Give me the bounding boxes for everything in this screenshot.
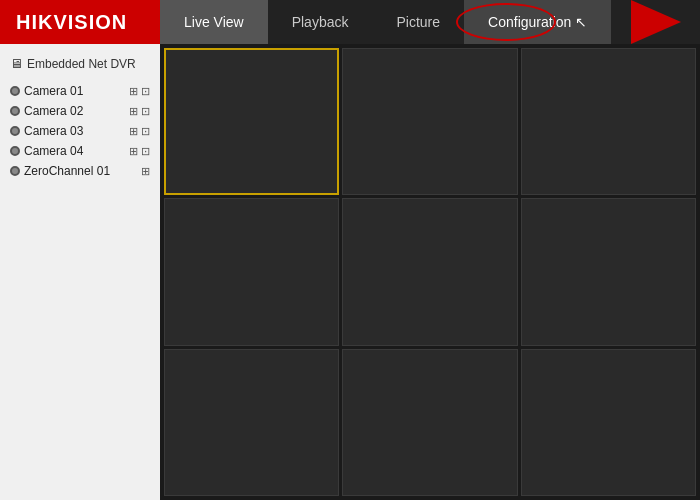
video-grid bbox=[160, 44, 700, 500]
main-layout: 🖥 Embedded Net DVR Camera 01 ⊞ ⊡ Camera … bbox=[0, 44, 700, 500]
tab-live-view[interactable]: Live View bbox=[160, 0, 268, 44]
video-cell-1[interactable] bbox=[164, 48, 339, 195]
video-cell-9[interactable] bbox=[521, 349, 696, 496]
tab-configuration[interactable]: Configuration ↖ bbox=[464, 0, 611, 44]
camera-action-icons: ⊞ ⊡ bbox=[129, 85, 150, 98]
sidebar-item-camera-01[interactable]: Camera 01 ⊞ ⊡ bbox=[4, 81, 156, 101]
top-navigation: HIKVISION Live View Playback Picture Con… bbox=[0, 0, 700, 44]
arrow-right-icon bbox=[631, 0, 681, 44]
camera-status-dot bbox=[10, 146, 20, 156]
sidebar-item-zero-channel-01[interactable]: ZeroChannel 01 ⊞ bbox=[4, 161, 156, 181]
video-cell-6[interactable] bbox=[521, 198, 696, 345]
video-cell-7[interactable] bbox=[164, 349, 339, 496]
sidebar: 🖥 Embedded Net DVR Camera 01 ⊞ ⊡ Camera … bbox=[0, 44, 160, 500]
camera-status-dot bbox=[10, 106, 20, 116]
dvr-icon: 🖥 bbox=[10, 56, 23, 71]
arrow-indicator bbox=[631, 0, 681, 44]
video-cell-8[interactable] bbox=[342, 349, 517, 496]
brand-logo: HIKVISION bbox=[16, 11, 127, 34]
camera-status-dot bbox=[10, 166, 20, 176]
sidebar-item-camera-04[interactable]: Camera 04 ⊞ ⊡ bbox=[4, 141, 156, 161]
video-cell-4[interactable] bbox=[164, 198, 339, 345]
camera-action-icons: ⊞ ⊡ bbox=[129, 145, 150, 158]
tab-picture[interactable]: Picture bbox=[372, 0, 464, 44]
logo-area: HIKVISION bbox=[0, 0, 160, 44]
tab-playback[interactable]: Playback bbox=[268, 0, 373, 44]
sidebar-item-camera-02[interactable]: Camera 02 ⊞ ⊡ bbox=[4, 101, 156, 121]
embedded-dvr: 🖥 Embedded Net DVR bbox=[4, 52, 156, 75]
camera-action-icons: ⊞ ⊡ bbox=[129, 105, 150, 118]
camera-action-icons: ⊞ bbox=[141, 165, 150, 178]
camera-action-icons: ⊞ ⊡ bbox=[129, 125, 150, 138]
camera-status-dot bbox=[10, 126, 20, 136]
video-cell-5[interactable] bbox=[342, 198, 517, 345]
video-cell-2[interactable] bbox=[342, 48, 517, 195]
cursor-icon: ↖ bbox=[575, 14, 587, 30]
config-tab-wrapper: Configuration ↖ bbox=[464, 0, 611, 44]
camera-status-dot bbox=[10, 86, 20, 96]
sidebar-item-camera-03[interactable]: Camera 03 ⊞ ⊡ bbox=[4, 121, 156, 141]
video-cell-3[interactable] bbox=[521, 48, 696, 195]
